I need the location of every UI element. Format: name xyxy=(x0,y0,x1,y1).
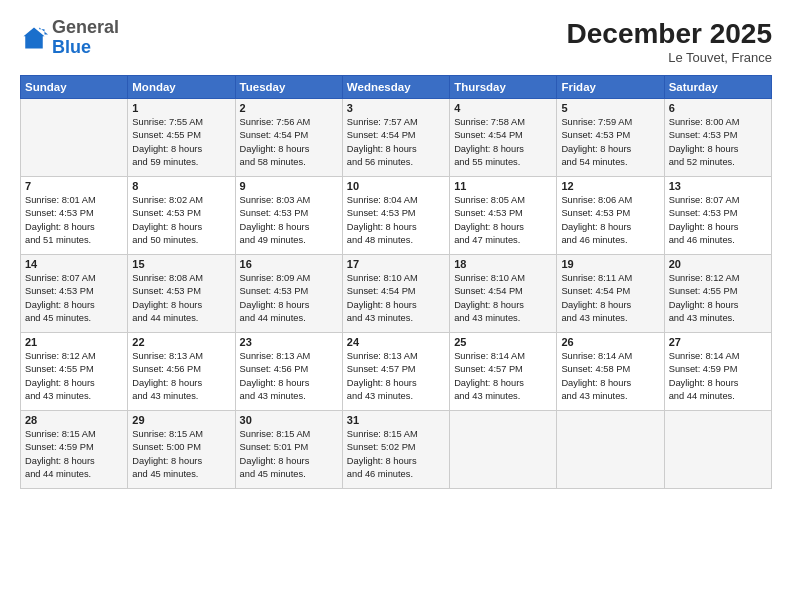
logo-general-text: General xyxy=(52,17,119,37)
calendar-cell: 23Sunrise: 8:13 AMSunset: 4:56 PMDayligh… xyxy=(235,333,342,411)
calendar-cell: 8Sunrise: 8:02 AMSunset: 4:53 PMDaylight… xyxy=(128,177,235,255)
calendar-cell xyxy=(557,411,664,489)
header-day: Friday xyxy=(557,76,664,99)
day-info: Sunrise: 8:15 AMSunset: 5:01 PMDaylight:… xyxy=(240,428,338,482)
day-number: 17 xyxy=(347,258,445,270)
day-info: Sunrise: 8:03 AMSunset: 4:53 PMDaylight:… xyxy=(240,194,338,248)
calendar-week-row: 1Sunrise: 7:55 AMSunset: 4:55 PMDaylight… xyxy=(21,99,772,177)
header-day: Tuesday xyxy=(235,76,342,99)
calendar-cell: 18Sunrise: 8:10 AMSunset: 4:54 PMDayligh… xyxy=(450,255,557,333)
calendar-cell: 3Sunrise: 7:57 AMSunset: 4:54 PMDaylight… xyxy=(342,99,449,177)
calendar-cell: 19Sunrise: 8:11 AMSunset: 4:54 PMDayligh… xyxy=(557,255,664,333)
day-number: 21 xyxy=(25,336,123,348)
day-info: Sunrise: 8:07 AMSunset: 4:53 PMDaylight:… xyxy=(25,272,123,326)
day-info: Sunrise: 8:14 AMSunset: 4:59 PMDaylight:… xyxy=(669,350,767,404)
calendar-cell xyxy=(21,99,128,177)
day-info: Sunrise: 8:14 AMSunset: 4:58 PMDaylight:… xyxy=(561,350,659,404)
day-info: Sunrise: 8:10 AMSunset: 4:54 PMDaylight:… xyxy=(347,272,445,326)
calendar-cell: 26Sunrise: 8:14 AMSunset: 4:58 PMDayligh… xyxy=(557,333,664,411)
day-number: 20 xyxy=(669,258,767,270)
day-info: Sunrise: 8:15 AMSunset: 5:00 PMDaylight:… xyxy=(132,428,230,482)
calendar-cell: 31Sunrise: 8:15 AMSunset: 5:02 PMDayligh… xyxy=(342,411,449,489)
day-info: Sunrise: 8:02 AMSunset: 4:53 PMDaylight:… xyxy=(132,194,230,248)
calendar-cell: 22Sunrise: 8:13 AMSunset: 4:56 PMDayligh… xyxy=(128,333,235,411)
header-row: SundayMondayTuesdayWednesdayThursdayFrid… xyxy=(21,76,772,99)
calendar-cell xyxy=(450,411,557,489)
day-info: Sunrise: 8:09 AMSunset: 4:53 PMDaylight:… xyxy=(240,272,338,326)
day-info: Sunrise: 8:11 AMSunset: 4:54 PMDaylight:… xyxy=(561,272,659,326)
day-info: Sunrise: 8:07 AMSunset: 4:53 PMDaylight:… xyxy=(669,194,767,248)
day-info: Sunrise: 8:14 AMSunset: 4:57 PMDaylight:… xyxy=(454,350,552,404)
calendar-cell: 2Sunrise: 7:56 AMSunset: 4:54 PMDaylight… xyxy=(235,99,342,177)
day-number: 11 xyxy=(454,180,552,192)
day-number: 1 xyxy=(132,102,230,114)
day-info: Sunrise: 8:04 AMSunset: 4:53 PMDaylight:… xyxy=(347,194,445,248)
calendar-cell: 11Sunrise: 8:05 AMSunset: 4:53 PMDayligh… xyxy=(450,177,557,255)
calendar-cell: 14Sunrise: 8:07 AMSunset: 4:53 PMDayligh… xyxy=(21,255,128,333)
logo: General Blue xyxy=(20,18,119,58)
header-day: Thursday xyxy=(450,76,557,99)
day-number: 6 xyxy=(669,102,767,114)
calendar-cell: 5Sunrise: 7:59 AMSunset: 4:53 PMDaylight… xyxy=(557,99,664,177)
day-number: 24 xyxy=(347,336,445,348)
day-info: Sunrise: 8:13 AMSunset: 4:56 PMDaylight:… xyxy=(132,350,230,404)
day-number: 4 xyxy=(454,102,552,114)
day-number: 14 xyxy=(25,258,123,270)
day-info: Sunrise: 8:05 AMSunset: 4:53 PMDaylight:… xyxy=(454,194,552,248)
day-info: Sunrise: 8:12 AMSunset: 4:55 PMDaylight:… xyxy=(25,350,123,404)
day-number: 30 xyxy=(240,414,338,426)
month-title: December 2025 xyxy=(567,18,772,50)
day-info: Sunrise: 8:01 AMSunset: 4:53 PMDaylight:… xyxy=(25,194,123,248)
calendar-cell: 16Sunrise: 8:09 AMSunset: 4:53 PMDayligh… xyxy=(235,255,342,333)
day-info: Sunrise: 7:56 AMSunset: 4:54 PMDaylight:… xyxy=(240,116,338,170)
calendar-cell: 10Sunrise: 8:04 AMSunset: 4:53 PMDayligh… xyxy=(342,177,449,255)
day-info: Sunrise: 8:13 AMSunset: 4:57 PMDaylight:… xyxy=(347,350,445,404)
header-day: Wednesday xyxy=(342,76,449,99)
day-number: 10 xyxy=(347,180,445,192)
calendar-cell: 25Sunrise: 8:14 AMSunset: 4:57 PMDayligh… xyxy=(450,333,557,411)
day-number: 16 xyxy=(240,258,338,270)
calendar-cell: 20Sunrise: 8:12 AMSunset: 4:55 PMDayligh… xyxy=(664,255,771,333)
day-number: 9 xyxy=(240,180,338,192)
day-info: Sunrise: 8:06 AMSunset: 4:53 PMDaylight:… xyxy=(561,194,659,248)
day-number: 8 xyxy=(132,180,230,192)
day-number: 25 xyxy=(454,336,552,348)
day-number: 29 xyxy=(132,414,230,426)
day-number: 15 xyxy=(132,258,230,270)
calendar-cell: 27Sunrise: 8:14 AMSunset: 4:59 PMDayligh… xyxy=(664,333,771,411)
day-info: Sunrise: 8:08 AMSunset: 4:53 PMDaylight:… xyxy=(132,272,230,326)
calendar-cell: 12Sunrise: 8:06 AMSunset: 4:53 PMDayligh… xyxy=(557,177,664,255)
calendar-cell: 30Sunrise: 8:15 AMSunset: 5:01 PMDayligh… xyxy=(235,411,342,489)
day-number: 19 xyxy=(561,258,659,270)
calendar-cell: 28Sunrise: 8:15 AMSunset: 4:59 PMDayligh… xyxy=(21,411,128,489)
page: General Blue December 2025 Le Touvet, Fr… xyxy=(0,0,792,612)
day-info: Sunrise: 7:59 AMSunset: 4:53 PMDaylight:… xyxy=(561,116,659,170)
calendar-cell: 9Sunrise: 8:03 AMSunset: 4:53 PMDaylight… xyxy=(235,177,342,255)
calendar-cell: 21Sunrise: 8:12 AMSunset: 4:55 PMDayligh… xyxy=(21,333,128,411)
svg-marker-0 xyxy=(24,27,45,48)
day-info: Sunrise: 8:15 AMSunset: 4:59 PMDaylight:… xyxy=(25,428,123,482)
day-number: 23 xyxy=(240,336,338,348)
day-info: Sunrise: 7:57 AMSunset: 4:54 PMDaylight:… xyxy=(347,116,445,170)
day-info: Sunrise: 8:15 AMSunset: 5:02 PMDaylight:… xyxy=(347,428,445,482)
calendar-week-row: 7Sunrise: 8:01 AMSunset: 4:53 PMDaylight… xyxy=(21,177,772,255)
day-number: 7 xyxy=(25,180,123,192)
calendar-cell: 1Sunrise: 7:55 AMSunset: 4:55 PMDaylight… xyxy=(128,99,235,177)
day-info: Sunrise: 8:12 AMSunset: 4:55 PMDaylight:… xyxy=(669,272,767,326)
day-number: 13 xyxy=(669,180,767,192)
calendar-cell: 13Sunrise: 8:07 AMSunset: 4:53 PMDayligh… xyxy=(664,177,771,255)
calendar-cell: 4Sunrise: 7:58 AMSunset: 4:54 PMDaylight… xyxy=(450,99,557,177)
calendar-cell: 17Sunrise: 8:10 AMSunset: 4:54 PMDayligh… xyxy=(342,255,449,333)
calendar-header: SundayMondayTuesdayWednesdayThursdayFrid… xyxy=(21,76,772,99)
day-number: 18 xyxy=(454,258,552,270)
header-day: Sunday xyxy=(21,76,128,99)
logo-blue-text: Blue xyxy=(52,37,91,57)
logo-icon xyxy=(20,24,48,52)
day-number: 3 xyxy=(347,102,445,114)
calendar-cell: 15Sunrise: 8:08 AMSunset: 4:53 PMDayligh… xyxy=(128,255,235,333)
calendar-cell xyxy=(664,411,771,489)
day-info: Sunrise: 7:55 AMSunset: 4:55 PMDaylight:… xyxy=(132,116,230,170)
day-info: Sunrise: 8:00 AMSunset: 4:53 PMDaylight:… xyxy=(669,116,767,170)
day-number: 31 xyxy=(347,414,445,426)
day-number: 2 xyxy=(240,102,338,114)
